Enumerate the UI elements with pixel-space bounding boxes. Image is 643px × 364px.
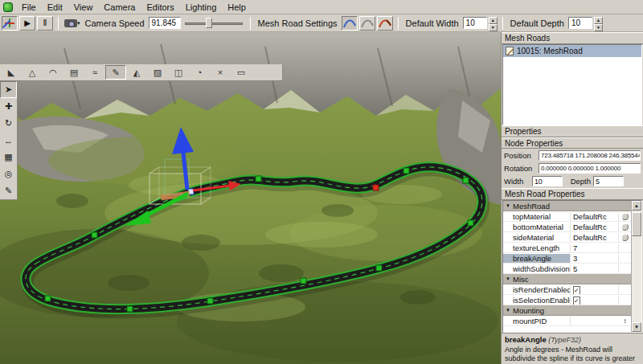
road-node-selected-red[interactable] [373, 185, 379, 190]
rotation-field[interactable]: 0.000000 0.000000 1.000000 [539, 163, 641, 174]
menu-edit[interactable]: Edit [42, 1, 68, 14]
select-arrow-button[interactable]: ➤ [0, 81, 17, 98]
pen-tool-button[interactable]: ✎ [105, 65, 126, 80]
property-row-mountpid[interactable]: mountPID ↕ [503, 316, 631, 326]
material-picker-button[interactable] [619, 234, 631, 241]
slider-track[interactable] [185, 22, 243, 25]
property-row-breakangle[interactable]: breakAngle 3 [503, 253, 631, 264]
position-field[interactable]: 723.485718 171.208008 246.385544 [539, 150, 641, 161]
radius-tool-button[interactable]: ◔ [189, 65, 210, 80]
slider-thumb[interactable] [206, 18, 212, 28]
group-header-mounting[interactable]: ▼ Mounting [503, 305, 631, 316]
camera-icon [64, 19, 77, 27]
layers-tool-button[interactable]: ▤ [63, 65, 84, 80]
mesh-roads-list[interactable]: 10015: MeshRoad [502, 44, 642, 125]
arc-tool-icon: ◠ [49, 67, 57, 78]
menu-file[interactable]: File [16, 1, 42, 14]
scroll-down-button[interactable]: ▼ [632, 322, 641, 332]
camera-speed-value[interactable]: 91.845 [149, 17, 181, 29]
spinner-down-icon[interactable]: ▼ [489, 24, 498, 31]
default-depth-input[interactable]: 10 [568, 17, 592, 29]
viewport-3d[interactable]: ◣ △ ◠ ▤ ≈ ✎ ◭ ▨ ◫ ◔ × ▭ ➤ ✚ ↻ ↔ ▦ ◎ ✎ [0, 32, 501, 364]
menu-lighting[interactable]: Lighting [180, 1, 223, 14]
column-tool-button[interactable]: ◫ [168, 65, 189, 80]
property-description: breakAngle (TypeF32) Angle in degrees - … [502, 333, 643, 364]
scroll-up-button[interactable]: ▲ [632, 201, 641, 211]
width-field[interactable]: 10 [532, 176, 563, 186]
slope-tool-icon: ◣ [8, 67, 14, 78]
width-label: Width [504, 177, 530, 186]
property-grid-rows: ▼ MeshRoad topMaterial DefaultRc bottomM… [503, 201, 631, 332]
road-edit-mode-button[interactable] [359, 16, 375, 31]
mountain-tool-icon: ◭ [133, 67, 140, 78]
group-label: Mounting [513, 306, 544, 315]
pause-icon: Ⅱ [43, 18, 47, 27]
slope-tool-button[interactable]: ◣ [1, 65, 22, 80]
pause-button[interactable]: Ⅱ [37, 16, 53, 31]
spinner-up-icon[interactable]: ▲ [594, 17, 603, 24]
menu-editors[interactable]: Editors [141, 1, 179, 14]
checkbox-checked[interactable]: ✓ [573, 297, 580, 305]
play-button[interactable]: ▶ [19, 16, 35, 31]
spinner-up-icon[interactable]: ▲ [489, 17, 498, 24]
collapse-arrow-icon: ▼ [503, 308, 513, 313]
orbit-tool-button[interactable]: ◎ [0, 166, 17, 182]
menu-help[interactable]: Help [222, 1, 252, 14]
delete-tool-button[interactable]: × [210, 65, 231, 80]
properties-title: Properties [505, 127, 542, 136]
camera-menu-button[interactable]: ▾ [63, 16, 81, 31]
waves-tool-button[interactable]: ≈ [84, 65, 105, 80]
menu-view[interactable]: View [68, 1, 99, 14]
scroll-track[interactable] [632, 236, 641, 322]
terrain-scene [0, 32, 501, 364]
group-header-misc[interactable]: ▼ Misc [503, 274, 631, 284]
road-insert-mode-button[interactable] [377, 16, 393, 31]
rect-tool-icon: ▭ [237, 67, 245, 78]
scroll-up-icon: ▲ [634, 203, 639, 208]
collapse-arrow-icon: ▼ [503, 203, 513, 208]
depth-field[interactable]: 5 [593, 176, 624, 186]
property-row-isselectionenabled[interactable]: isSelectionEnabled ✓ [503, 295, 631, 305]
camera-speed-slider [185, 17, 243, 29]
camera-speed-label: Camera Speed [83, 18, 147, 28]
property-row-bottommaterial[interactable]: bottomMaterial DefaultRc [503, 222, 631, 232]
road-insert-mode-icon [378, 18, 392, 29]
hatch-tool-button[interactable]: ▨ [147, 65, 168, 80]
waves-tool-icon: ≈ [92, 67, 97, 77]
scale-tool-button[interactable]: ↔ [0, 132, 17, 149]
delete-tool-icon: × [218, 67, 223, 77]
world-editor-button[interactable] [2, 16, 18, 31]
scroll-thumb[interactable] [632, 212, 641, 236]
property-row-topmaterial[interactable]: topMaterial DefaultRc [503, 211, 631, 222]
road-select-mode-button[interactable] [342, 16, 358, 31]
material-picker-button[interactable] [619, 223, 631, 231]
property-value: 5 [571, 264, 619, 273]
pid-picker-button[interactable]: ↕ [619, 317, 631, 325]
rotate-tool-button[interactable]: ↻ [0, 115, 17, 132]
group-header-meshroad[interactable]: ▼ MeshRoad [503, 201, 631, 211]
property-row-widthsubdivisions[interactable]: widthSubdivisions 5 [503, 264, 631, 274]
list-item-meshroad[interactable]: 10015: MeshRoad [503, 45, 641, 57]
mountain-tool-button[interactable]: ◭ [126, 65, 147, 80]
triangle-tool-button[interactable]: △ [22, 65, 43, 80]
arc-tool-button[interactable]: ◠ [43, 65, 63, 80]
move-tool-button[interactable]: ✚ [0, 98, 17, 115]
menu-camera[interactable]: Camera [98, 1, 141, 14]
rect-tool-button[interactable]: ▭ [231, 65, 252, 80]
toolbar-separator [502, 17, 503, 30]
property-row-texturelength[interactable]: textureLength 7 [503, 243, 631, 253]
scale-tool-icon: ↔ [4, 136, 13, 145]
draw-spline-button[interactable]: ✎ [0, 182, 17, 199]
property-row-isrenderenabled[interactable]: isRenderEnabled ✓ [503, 284, 631, 295]
spinner-down-icon[interactable]: ▼ [594, 24, 603, 31]
property-grid-scrollbar[interactable]: ▲ ▼ [631, 201, 641, 332]
position-row: Position 723.485718 171.208008 246.38554… [502, 149, 643, 162]
grid-snap-button[interactable]: ▦ [0, 149, 17, 166]
properties-header: Properties [502, 125, 643, 137]
property-row-sidematerial[interactable]: sideMaterial DefaultRc [503, 232, 631, 243]
toolbar-separator [398, 17, 399, 30]
checkbox-checked[interactable]: ✓ [573, 286, 580, 294]
default-width-input[interactable]: 10 [463, 17, 487, 29]
material-picker-button[interactable] [619, 213, 631, 220]
app-icon[interactable] [3, 2, 13, 12]
